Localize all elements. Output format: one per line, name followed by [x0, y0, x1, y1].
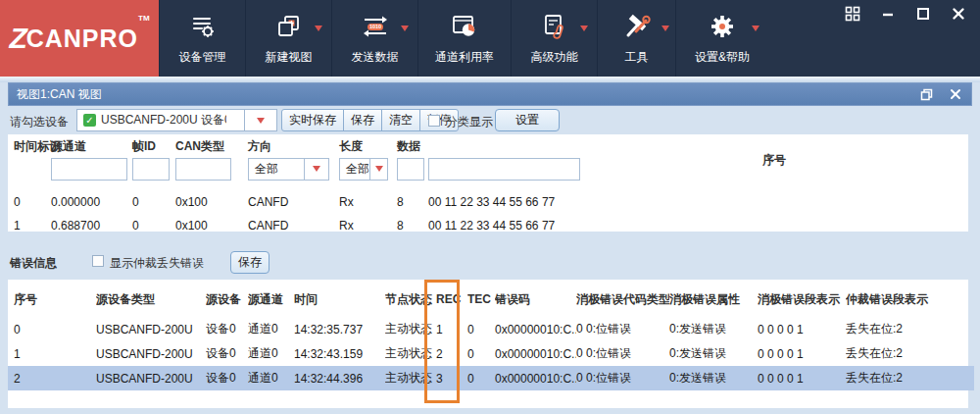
table-cell: 设备0	[206, 345, 248, 362]
new-view-icon	[275, 11, 303, 42]
layout-grid-icon[interactable]	[845, 6, 860, 22]
table-row[interactable]: 1USBCANFD-200U设备0通道014:32:43.159主动状态200x…	[14, 341, 968, 366]
dropdown-arrow-icon	[580, 26, 588, 31]
device-checkbox[interactable]: ✓	[83, 114, 96, 127]
select-dropdown-button[interactable]	[304, 159, 328, 180]
filter-src-channel-input[interactable]	[132, 158, 170, 181]
table-cell: 0	[467, 323, 495, 336]
clear-button[interactable]: 清空	[381, 109, 420, 131]
filter-can-type-select[interactable]: 全部	[248, 158, 329, 181]
view-title: 视图1:CAN 视图	[17, 86, 918, 103]
dropdown-arrow-icon	[662, 26, 669, 31]
table-cell: 0 0:位错误	[576, 370, 669, 387]
show-arbitration-lost-checkbox[interactable]	[92, 255, 104, 267]
table-cell: 主动状态	[385, 321, 436, 337]
dropdown-arrow-icon	[752, 26, 760, 31]
column-header[interactable]: 错误码	[495, 291, 576, 308]
table-row[interactable]: 00.00000000x100CANFDRx800 11 22 33 44 55…	[14, 190, 968, 214]
save-button[interactable]: 保存	[343, 109, 382, 131]
float-view-icon[interactable]	[918, 86, 934, 102]
select-dropdown-button[interactable]	[369, 159, 387, 180]
table-cell: CANFD	[248, 195, 339, 209]
minimize-icon[interactable]	[880, 6, 896, 22]
frame-table-rows: 00.00000000x100CANFDRx800 11 22 33 44 55…	[8, 190, 968, 237]
logo-trademark: TM	[138, 14, 150, 23]
table-row[interactable]: 10.68870000x100CANFDRx800 11 22 33 44 55…	[14, 214, 968, 237]
combobox-dropdown-button[interactable]	[244, 110, 276, 130]
toolbar-item-label: 新建视图	[266, 49, 313, 66]
toolbar-item-advanced-functions[interactable]: 高级功能	[511, 0, 597, 77]
toolbar-item-label: 工具	[625, 49, 649, 66]
close-view-icon[interactable]	[948, 86, 963, 102]
column-header[interactable]: 消极错误段表示	[758, 291, 846, 308]
table-row[interactable]: 2USBCANFD-200U设备0通道014:32:44.396主动状态300x…	[8, 366, 974, 390]
classify-display-checkbox[interactable]	[428, 115, 440, 127]
zcanpro-logo: ZCANPROTM	[0, 0, 159, 77]
column-header[interactable]: 时间标识	[14, 138, 51, 155]
error-save-button[interactable]: 保存	[230, 251, 270, 274]
toolbar-item-channel-utilization[interactable]: 通道利用率	[417, 0, 511, 77]
filter-direction-select[interactable]: 全部	[339, 158, 388, 181]
table-cell: 0	[14, 195, 51, 209]
table-cell: USBCANFD-200U	[96, 323, 206, 336]
column-header[interactable]: 仲裁错误段表示	[846, 291, 968, 308]
view-titlebar: 视图1:CAN 视图	[8, 82, 972, 106]
table-cell: 通道0	[248, 345, 294, 362]
column-header[interactable]: REC	[436, 292, 467, 306]
table-cell: 丢失在位:2	[846, 321, 968, 337]
table-cell: 设备0	[206, 321, 248, 337]
toolbar-item-tools[interactable]: 工具	[597, 0, 675, 77]
chevron-down-icon	[257, 118, 265, 124]
column-header[interactable]: 数据	[397, 138, 428, 155]
view-settings-button[interactable]: 设置	[495, 109, 560, 131]
column-header[interactable]: 长度	[339, 138, 397, 155]
column-header[interactable]: 消极错误属性	[669, 291, 758, 308]
tools-icon	[622, 11, 652, 42]
error-info-label: 错误信息	[10, 255, 57, 272]
settings-help-icon	[709, 11, 736, 42]
toolbar-item-send-data[interactable]: 1010 发送数据	[331, 0, 417, 77]
column-header[interactable]: 序号	[14, 291, 96, 308]
realtime-save-button[interactable]: 实时保存	[281, 109, 344, 131]
direction-select-value: 全部	[340, 161, 369, 178]
table-row[interactable]: 0USBCANFD-200U设备0通道014:32:35.737主动状态100x…	[14, 317, 968, 341]
toolbar-item-settings-help[interactable]: 设置&帮助	[675, 0, 768, 77]
table-cell: 0	[467, 372, 495, 386]
filter-length-input[interactable]	[397, 158, 424, 181]
filter-time-input[interactable]	[51, 158, 127, 181]
table-cell: 1	[14, 347, 96, 361]
column-header[interactable]: CAN类型	[175, 138, 248, 155]
column-header[interactable]: 消极错误代码类型	[576, 291, 669, 308]
column-header[interactable]: 源通道	[51, 138, 132, 155]
column-header[interactable]: 时间	[294, 291, 385, 308]
table-cell: 主动状态	[385, 370, 436, 387]
toolbar-item-device-manage[interactable]: 设备管理	[159, 0, 245, 77]
logo-text: CANPRO	[26, 25, 138, 53]
maximize-icon[interactable]	[915, 6, 931, 22]
toolbar-item-new-view[interactable]: 新建视图	[245, 0, 331, 77]
device-manage-icon	[189, 11, 217, 42]
table-cell: 0x00000010:C...	[495, 347, 576, 361]
device-combobox-value: USBCANFD-200U 设备0 通道0	[101, 112, 226, 129]
table-cell: 通道0	[248, 321, 294, 337]
table-cell: 0.000000	[51, 195, 132, 209]
table-cell: 0x100	[175, 195, 248, 209]
column-header[interactable]: 源通道	[248, 291, 294, 308]
error-table-header: 序号源设备类型源设备源通道时间节点状态RECTEC错误码消极错误代码类型消极错误…	[8, 280, 968, 309]
table-cell: 0:发送错误	[669, 345, 758, 362]
filter-frame-id-input[interactable]	[175, 158, 231, 181]
column-header[interactable]: TEC	[467, 292, 495, 306]
column-header[interactable]: 源设备类型	[96, 291, 206, 308]
close-icon[interactable]	[951, 6, 966, 22]
table-cell: 2	[14, 372, 96, 386]
main-toolbar: ZCANPROTM	[0, 0, 980, 77]
filter-data-input[interactable]	[428, 158, 580, 181]
column-header[interactable]: 方向	[248, 138, 339, 155]
table-cell: 0 0 0 0 1	[758, 347, 846, 361]
column-header[interactable]: 源设备	[206, 291, 248, 308]
column-header[interactable]: 序号	[762, 152, 968, 169]
device-combobox[interactable]: ✓ USBCANFD-200U 设备0 通道0	[76, 109, 277, 131]
column-header[interactable]: 节点状态	[385, 291, 436, 308]
advanced-functions-icon	[541, 11, 568, 42]
column-header[interactable]: 帧ID	[132, 138, 175, 155]
